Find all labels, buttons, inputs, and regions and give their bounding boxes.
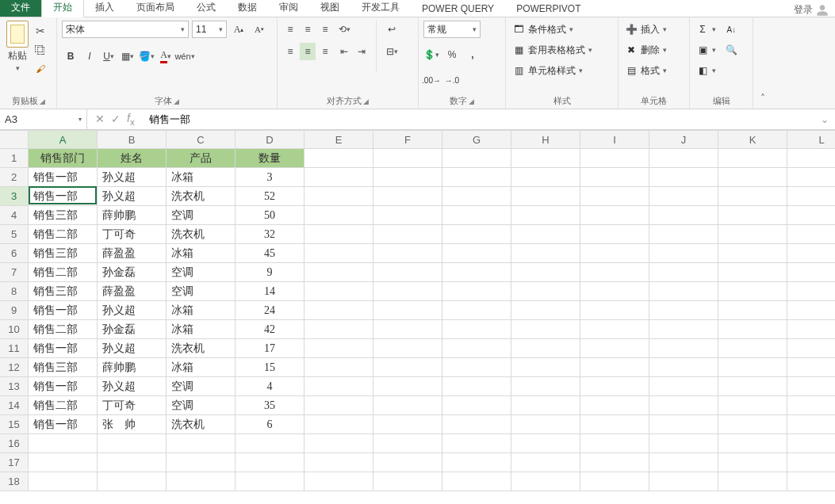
cell[interactable] [442,434,511,453]
autosum-button[interactable]: Σ▾ A↓ [695,21,739,38]
format-as-table-button[interactable]: ▦套用表格格式▾ [511,41,594,59]
align-dialog-launcher[interactable]: ◢ [363,97,369,105]
font-size-combo[interactable]: 11▾ [192,21,227,38]
cell[interactable] [511,206,580,225]
row-header[interactable]: 12 [0,358,29,377]
cell[interactable] [718,358,787,377]
cell[interactable] [580,396,649,415]
cell[interactable]: 冰箱 [167,244,236,263]
cell[interactable] [718,244,787,263]
cell[interactable] [167,453,236,472]
cell[interactable] [511,453,580,472]
delete-cells-button[interactable]: ✖删除▾ [623,41,668,59]
cell[interactable] [649,434,718,453]
cell[interactable] [305,377,373,396]
cell[interactable]: 薛盈盈 [98,282,167,301]
cell[interactable] [580,187,649,206]
cell[interactable]: 洗衣机 [167,187,236,206]
cell[interactable] [305,396,373,415]
cell[interactable] [580,206,649,225]
column-header[interactable]: D [236,130,305,149]
align-center-button[interactable]: ≡ [300,43,316,60]
cell[interactable] [373,434,442,453]
cell[interactable] [787,187,835,206]
cell[interactable] [718,168,787,187]
decrease-indent-button[interactable]: ⇤ [336,43,352,60]
cell[interactable] [649,453,718,472]
cell[interactable]: 3 [236,168,305,187]
cell[interactable] [580,358,649,377]
cell[interactable] [787,206,835,225]
cell[interactable] [305,149,373,168]
accounting-format-button[interactable]: 💲▾ [423,46,439,63]
cell[interactable]: 空调 [167,282,236,301]
cell[interactable] [580,339,649,358]
fill-button[interactable]: ▣▾ 🔍 [695,41,739,59]
cell[interactable] [373,301,442,320]
cell[interactable] [167,434,236,453]
cell[interactable] [305,187,373,206]
cell[interactable] [649,377,718,396]
column-header[interactable]: E [305,130,373,149]
align-right-button[interactable]: ≡ [317,43,333,60]
number-format-combo[interactable]: 常规▾ [423,21,481,38]
cell[interactable] [649,244,718,263]
cell[interactable] [787,168,835,187]
tab-data[interactable]: 数据 [227,0,268,17]
cell[interactable] [787,244,835,263]
cell[interactable] [373,396,442,415]
cell[interactable] [511,377,580,396]
cell[interactable]: 17 [236,339,305,358]
cell[interactable] [511,320,580,339]
cell[interactable] [373,168,442,187]
copy-button[interactable] [33,43,48,57]
cell[interactable] [649,339,718,358]
cell[interactable]: 销售三部 [29,244,98,263]
cell[interactable]: 洗衣机 [167,339,236,358]
column-header[interactable]: F [373,130,442,149]
cell[interactable] [442,415,511,434]
row-header[interactable]: 7 [0,263,29,282]
cell[interactable] [305,339,373,358]
row-header[interactable]: 14 [0,396,29,415]
cell[interactable] [305,225,373,244]
cell[interactable] [511,339,580,358]
cell[interactable] [236,472,305,491]
formula-input[interactable] [143,109,814,129]
cell[interactable] [718,263,787,282]
row-header[interactable]: 17 [0,453,29,472]
bold-button[interactable]: B [62,48,79,65]
cell[interactable] [580,225,649,244]
conditional-format-button[interactable]: 🗔条件格式▾ [511,21,594,38]
cell[interactable] [305,453,373,472]
cell[interactable]: 销售一部 [29,301,98,320]
insert-cells-button[interactable]: ➕插入▾ [623,21,668,38]
cell[interactable] [511,168,580,187]
column-header[interactable]: I [580,130,649,149]
cell[interactable]: 冰箱 [167,168,236,187]
cell[interactable] [373,244,442,263]
font-dialog-launcher[interactable]: ◢ [174,97,179,105]
column-header[interactable]: A [29,130,98,149]
cell[interactable] [98,434,167,453]
cell[interactable] [305,358,373,377]
cell[interactable] [167,472,236,491]
cell[interactable] [787,263,835,282]
cell[interactable]: 孙金磊 [98,263,167,282]
increase-indent-button[interactable]: ⇥ [354,43,370,60]
row-header[interactable]: 18 [0,472,29,491]
column-header[interactable]: K [718,130,787,149]
tab-dev[interactable]: 开发工具 [350,0,411,17]
cell[interactable]: 52 [236,187,305,206]
cell[interactable] [373,415,442,434]
cell[interactable] [373,187,442,206]
cell[interactable] [718,282,787,301]
cell[interactable]: 薛盈盈 [98,244,167,263]
cell[interactable] [580,434,649,453]
format-cells-button[interactable]: ▤格式▾ [623,62,668,79]
cell[interactable]: 42 [236,320,305,339]
cell[interactable] [580,149,649,168]
cell[interactable] [305,282,373,301]
cell[interactable]: 24 [236,301,305,320]
cell[interactable] [718,187,787,206]
